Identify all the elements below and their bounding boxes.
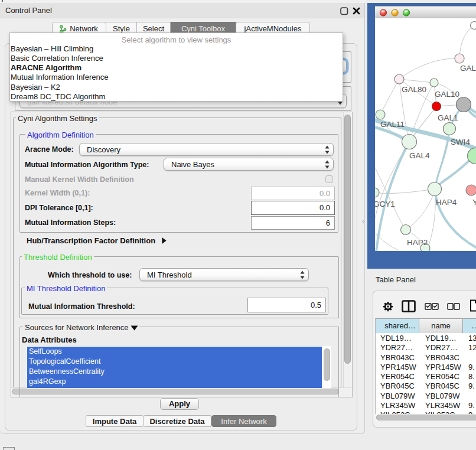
svg-text:HAP4: HAP4 — [436, 198, 457, 207]
svg-text:GAL4: GAL4 — [409, 151, 430, 160]
svg-text:GAL11: GAL11 — [380, 120, 405, 129]
svg-text:GAL80: GAL80 — [402, 85, 426, 94]
svg-text:HAP2: HAP2 — [407, 238, 428, 247]
svg-text:GAL7: GAL7 — [460, 64, 476, 73]
svg-text:GAL10: GAL10 — [435, 90, 459, 99]
svg-text:SWI4: SWI4 — [451, 138, 470, 146]
svg-text:YD: YD — [472, 198, 476, 207]
svg-text:GAL1: GAL1 — [438, 113, 458, 122]
svg-text:GCY1: GCY1 — [375, 200, 395, 208]
